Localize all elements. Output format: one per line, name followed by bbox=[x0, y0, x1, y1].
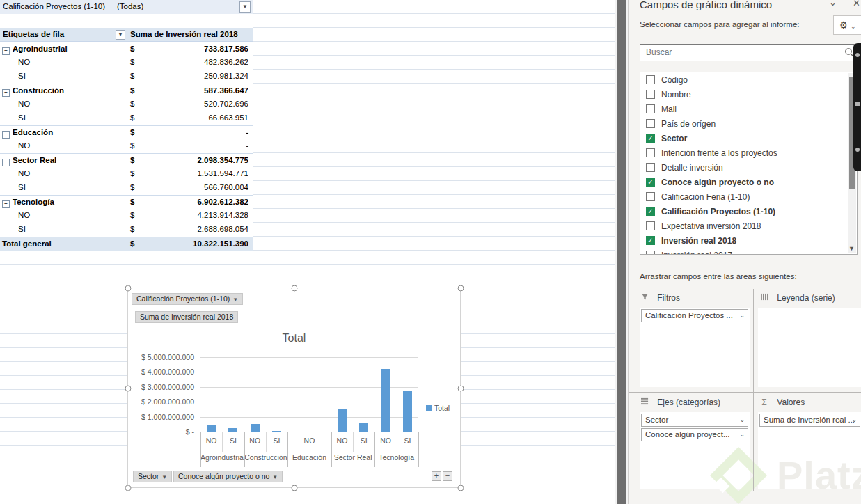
filter-dropdown-button[interactable]: ▼ bbox=[239, 1, 251, 13]
checkbox-icon[interactable] bbox=[646, 90, 655, 99]
bar-construcci-n-no[interactable] bbox=[251, 424, 260, 432]
pivot-row-si[interactable]: SI$66.663.951 bbox=[0, 111, 253, 125]
row-labels-dropdown-button[interactable]: ▼ bbox=[116, 30, 125, 40]
filters-chip-calificaci-n-proyectos-[interactable]: Calificación Proyectos ...⌄ bbox=[641, 309, 748, 322]
checkbox-icon[interactable] bbox=[646, 119, 655, 128]
checkbox-icon[interactable] bbox=[646, 192, 655, 201]
field-item-pa-s-de-or-gen[interactable]: País de orígen bbox=[640, 116, 857, 131]
field-item-expectativa-inversi-n-2018[interactable]: Expectativa inversión 2018 bbox=[640, 219, 857, 233]
field-item-inversi-n-real-2017[interactable]: Inversión real 2017 bbox=[640, 248, 857, 255]
divider bbox=[629, 392, 861, 393]
chart-resize-handle[interactable] bbox=[292, 485, 298, 491]
pivot-row-no[interactable]: NO$1.531.594.771 bbox=[0, 167, 253, 181]
toolbar-icon bbox=[855, 102, 860, 106]
chart-resize-handle[interactable] bbox=[125, 386, 132, 392]
chart-title[interactable]: Total bbox=[128, 332, 460, 345]
collapse-button[interactable]: − bbox=[2, 47, 10, 55]
search-input[interactable] bbox=[645, 47, 842, 58]
axes-chip-conoce-alg-n-proyect-[interactable]: Conoce algún proyect...⌄ bbox=[641, 428, 748, 441]
field-item-calificaci-n-feria-1-10-[interactable]: Calificación Feria (1-10) bbox=[640, 189, 857, 204]
chart-resize-handle[interactable] bbox=[125, 485, 132, 491]
chart-filter-field-button[interactable]: Calificación Proyectos (1-10)▼ bbox=[132, 293, 243, 305]
chevron-down-icon[interactable]: ⌄ bbox=[829, 0, 837, 8]
scroll-down-arrow-icon[interactable]: ▼ bbox=[848, 245, 855, 252]
field-label: Intención frente a los proyectos bbox=[661, 148, 777, 158]
pivot-row-sector-real[interactable]: −Sector Real$2.098.354.775 bbox=[0, 153, 253, 167]
close-icon[interactable]: ✕ bbox=[853, 0, 860, 8]
checkbox-icon[interactable] bbox=[646, 75, 655, 84]
checkbox-checked-icon[interactable]: ✓ bbox=[646, 134, 655, 143]
checkbox-checked-icon[interactable]: ✓ bbox=[646, 236, 655, 245]
checkbox-checked-icon[interactable]: ✓ bbox=[646, 207, 655, 216]
pivot-row-no[interactable]: NO$520.702.696 bbox=[0, 97, 253, 111]
chart-zoom-out-button[interactable]: − bbox=[443, 471, 452, 481]
chart-resize-handle[interactable] bbox=[458, 285, 464, 292]
chart-resize-handle[interactable] bbox=[292, 285, 298, 292]
values-drop-zone[interactable]: Suma de Inversión real ...⌄ bbox=[758, 412, 861, 489]
field-item-nombre[interactable]: Nombre bbox=[640, 87, 857, 102]
sheet-vertical-scrollbar[interactable] bbox=[615, 0, 628, 504]
row-labels-header: Etiquetas de fila bbox=[3, 30, 64, 38]
bar-tecnolog-a-no[interactable] bbox=[381, 369, 390, 432]
bar-construcci-n-si[interactable] bbox=[272, 431, 281, 432]
pivot-row-construcci-n[interactable]: −Construcción$587.366.647 bbox=[0, 84, 253, 97]
bar-agroindustrial-si[interactable] bbox=[228, 428, 237, 432]
pivot-row-tecnolog-a[interactable]: −Tecnología$6.902.612.382 bbox=[0, 195, 253, 209]
collapse-button[interactable]: − bbox=[2, 89, 10, 97]
pivot-row-no[interactable]: NO$4.213.914.328 bbox=[0, 209, 253, 223]
search-box[interactable] bbox=[640, 44, 858, 61]
pivot-row-agroindustrial[interactable]: −Agroindustrial$733.817.586 bbox=[0, 42, 253, 56]
filters-drop-zone[interactable]: Calificación Proyectos ...⌄ bbox=[640, 308, 750, 387]
legend-drop-zone[interactable] bbox=[758, 308, 861, 387]
pivot-row-si[interactable]: SI$250.981.324 bbox=[0, 70, 253, 84]
chart-resize-handle[interactable] bbox=[458, 485, 464, 491]
pivot-row-si[interactable]: SI$2.688.698.054 bbox=[0, 223, 253, 237]
tools-gear-button[interactable]: ⚙ ⌄ bbox=[833, 15, 861, 35]
axes-chip-sector[interactable]: Sector⌄ bbox=[641, 414, 748, 427]
field-item-inversi-n-real-2018[interactable]: ✓Inversión real 2018 bbox=[640, 233, 857, 248]
collapse-button[interactable]: − bbox=[2, 159, 10, 166]
chart-zoom-in-button[interactable]: + bbox=[432, 471, 441, 481]
axes-drop-zone[interactable]: Sector⌄Conoce algún proyect...⌄ bbox=[640, 412, 750, 489]
field-item-calificaci-n-proyectos-1-10-[interactable]: ✓Calificación Proyectos (1-10) bbox=[640, 204, 857, 219]
field-item-mail[interactable]: Mail bbox=[640, 102, 857, 116]
field-item-sector[interactable]: ✓Sector bbox=[640, 131, 857, 145]
x-category-label: NO bbox=[331, 436, 353, 445]
chart-value-field-button[interactable]: Suma de Inversión real 2018 bbox=[135, 311, 238, 323]
pivot-row-educaci-n[interactable]: −Educación$- bbox=[0, 125, 253, 139]
field-item-intenci-n-frente-a-los-proyectos[interactable]: Intención frente a los proyectos bbox=[640, 145, 857, 160]
floating-toolbar-clipped[interactable] bbox=[853, 43, 861, 171]
checkbox-checked-icon[interactable]: ✓ bbox=[646, 178, 655, 187]
field-item-conoce-alg-n-proyecto-o-no[interactable]: ✓Conoce algún proyecto o no bbox=[640, 175, 857, 189]
bar-agroindustrial-no[interactable] bbox=[207, 425, 216, 432]
checkbox-icon[interactable] bbox=[646, 221, 655, 230]
chart-axis-field-button-conoce[interactable]: Conoce algún proyecto o no▼ bbox=[173, 471, 283, 482]
field-item-detalle-inversi-n[interactable]: Detalle inversión bbox=[640, 160, 857, 175]
bar-sector-real-no[interactable] bbox=[338, 409, 347, 432]
checkbox-icon[interactable] bbox=[646, 251, 655, 255]
pivot-chart[interactable]: Calificación Proyectos (1-10)▼ Suma de I… bbox=[127, 288, 461, 488]
chart-resize-handle[interactable] bbox=[125, 285, 132, 292]
chart-resize-handle[interactable] bbox=[458, 386, 464, 392]
pivot-filter-row[interactable]: Calificación Proyectos (1-10) (Todas) ▼ bbox=[0, 0, 253, 14]
row-value: - bbox=[246, 141, 248, 150]
pivot-row-no[interactable]: NO$482.836.262 bbox=[0, 56, 253, 70]
pivot-row-si[interactable]: SI$566.760.004 bbox=[0, 181, 253, 195]
x-category-label: SI bbox=[397, 436, 418, 445]
y-axis-tick-label: $ 3.000.000.000 bbox=[128, 383, 194, 391]
collapse-button[interactable]: − bbox=[2, 131, 10, 139]
checkbox-icon[interactable] bbox=[646, 163, 655, 172]
field-item-c-digo[interactable]: Código bbox=[640, 72, 857, 87]
bar-sector-real-si[interactable] bbox=[359, 423, 368, 432]
bar-tecnolog-a-si[interactable] bbox=[403, 391, 412, 432]
checkbox-icon[interactable] bbox=[646, 148, 655, 157]
chart-legend[interactable]: Total bbox=[426, 404, 450, 412]
chart-axis-field-button-sector[interactable]: Sector▼ bbox=[133, 471, 172, 482]
pivot-row-total-general[interactable]: Total general$10.322.151.390 bbox=[0, 237, 253, 251]
checkbox-icon[interactable] bbox=[646, 104, 655, 113]
collapse-button[interactable]: − bbox=[2, 200, 10, 208]
values-chip-suma-de-inversi-n-real-[interactable]: Suma de Inversión real ...⌄ bbox=[759, 414, 860, 427]
pivot-row-no[interactable]: NO$- bbox=[0, 139, 253, 153]
scrollbar-thumb[interactable] bbox=[617, 0, 626, 504]
field-label: Inversión real 2017 bbox=[661, 251, 732, 255]
